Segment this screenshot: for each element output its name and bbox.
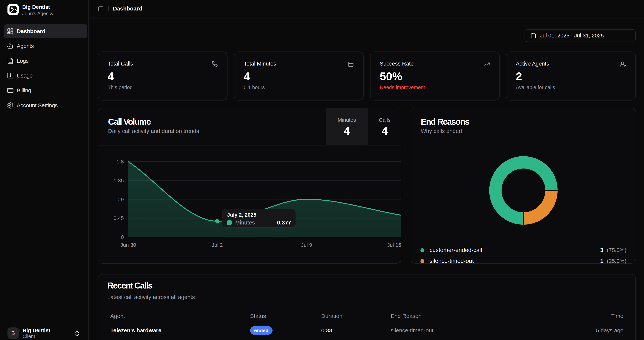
svg-text:1.8: 1.8: [116, 159, 124, 164]
svg-text:Jul 9: Jul 9: [301, 242, 312, 248]
svg-text:1.35: 1.35: [114, 178, 124, 184]
svg-text:0.9: 0.9: [116, 197, 124, 202]
svg-text:0: 0: [121, 234, 124, 240]
svg-text:Jul 16: Jul 16: [387, 242, 401, 248]
svg-text:Jul 2: Jul 2: [212, 242, 223, 248]
svg-text:Jun 30: Jun 30: [120, 242, 136, 248]
svg-text:0.45: 0.45: [114, 215, 124, 221]
